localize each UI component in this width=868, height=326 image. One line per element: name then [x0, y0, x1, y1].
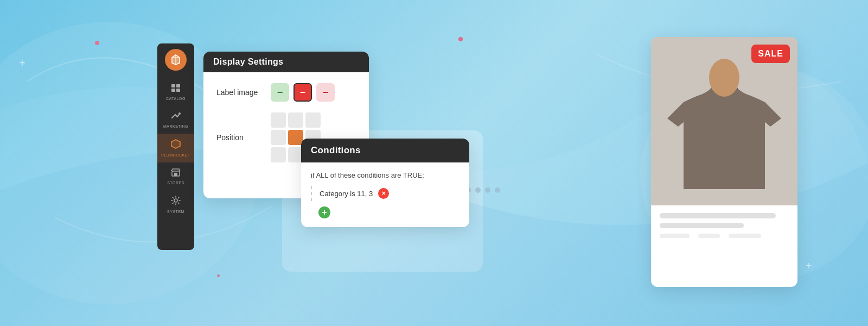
dot-5	[495, 187, 500, 193]
catalog-icon	[171, 84, 181, 95]
system-icon	[171, 196, 181, 208]
svg-rect-5	[176, 89, 180, 92]
sidebar: CATALOG MARKETING PLUMROCKET STORES	[157, 43, 194, 250]
add-icon: +	[322, 208, 327, 217]
sidebar-item-stores[interactable]: STORES	[157, 162, 194, 190]
product-tag	[729, 234, 761, 238]
sidebar-item-catalog[interactable]: CATALOG	[157, 78, 194, 106]
marketing-label: MARKETING	[163, 124, 188, 128]
product-line-1	[660, 213, 776, 218]
add-condition-button[interactable]: +	[318, 206, 330, 218]
product-info	[651, 205, 797, 246]
svg-point-12	[709, 59, 739, 97]
label-options: − − −	[271, 83, 335, 102]
svg-rect-4	[171, 89, 175, 92]
pos-0-0[interactable]	[271, 112, 286, 128]
remove-icon: ×	[382, 190, 386, 197]
display-settings-title: Display Settings	[203, 52, 369, 72]
label-image-label: Label image	[216, 88, 271, 97]
stores-icon	[171, 168, 181, 179]
sidebar-item-marketing[interactable]: MARKETING	[157, 106, 194, 134]
svg-rect-3	[176, 84, 180, 87]
dot-4	[485, 187, 490, 193]
sale-badge: SALE	[751, 45, 790, 63]
svg-rect-8	[174, 173, 177, 176]
product-image-area: SALE	[651, 37, 797, 205]
minus-icon-green: −	[277, 87, 283, 98]
system-label: SYSTEM	[167, 210, 184, 214]
position-label: Position	[216, 133, 271, 142]
label-btn-pink[interactable]: −	[316, 83, 335, 102]
marketing-icon	[171, 111, 181, 122]
condition-item-1: Category is 11, 3 ×	[311, 186, 459, 201]
svg-point-9	[174, 199, 177, 202]
pos-2-0[interactable]	[271, 147, 286, 162]
sidebar-item-plumrocket[interactable]: PLUMROCKET	[157, 134, 194, 162]
sidebar-logo[interactable]	[165, 49, 187, 71]
product-line-2	[660, 223, 744, 228]
product-bottom-row	[660, 234, 789, 238]
decorative-dot-3	[217, 274, 220, 277]
catalog-label: CATALOG	[166, 97, 186, 101]
pos-0-2[interactable]	[305, 112, 321, 128]
conditions-card: Conditions if ALL of these conditions ar…	[301, 139, 469, 227]
product-price	[660, 234, 690, 238]
svg-point-6	[178, 112, 181, 115]
stores-label: STORES	[167, 181, 184, 185]
plumrocket-icon	[171, 139, 181, 151]
svg-rect-2	[171, 84, 175, 87]
plumrocket-label: PLUMROCKET	[161, 153, 190, 157]
label-btn-green[interactable]: −	[271, 83, 289, 102]
product-card: SALE	[651, 37, 797, 287]
pos-0-1[interactable]	[288, 112, 303, 128]
conditions-title: Conditions	[301, 139, 469, 162]
decorative-cross-3: +	[806, 260, 812, 272]
label-btn-red[interactable]: −	[293, 83, 312, 102]
conditions-rule-text: if ALL of these conditions are TRUE:	[311, 171, 459, 179]
condition-text-1: Category is 11, 3	[320, 190, 373, 198]
product-sku	[698, 234, 720, 238]
dot-3	[475, 187, 481, 193]
sidebar-item-system[interactable]: SYSTEM	[157, 190, 194, 219]
remove-condition-button[interactable]: ×	[378, 188, 389, 199]
conditions-body: if ALL of these conditions are TRUE: Cat…	[301, 162, 469, 227]
decorative-dot-1	[95, 41, 99, 45]
minus-icon-pink: −	[323, 87, 329, 98]
decorative-cross-1: +	[19, 57, 25, 70]
minus-icon-red: −	[300, 87, 306, 98]
label-image-section: Label image − − −	[216, 83, 356, 102]
decorative-dot-2	[458, 37, 463, 41]
pos-1-0[interactable]	[271, 130, 286, 145]
